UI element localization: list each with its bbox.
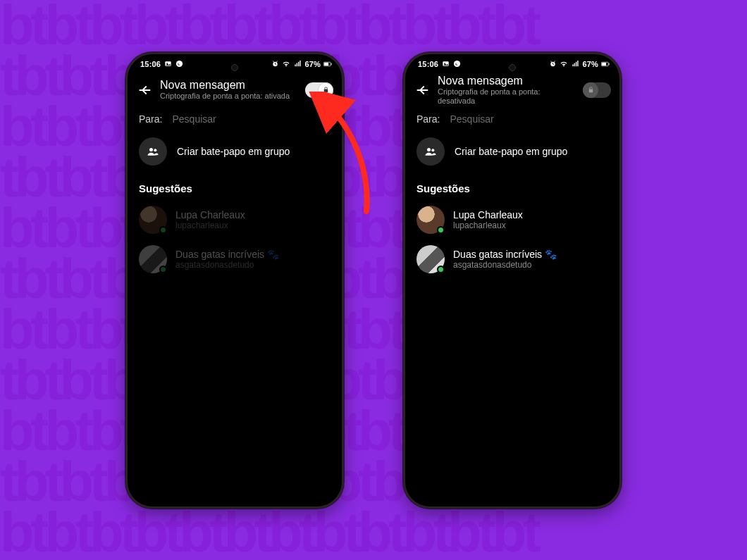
signal-icon [571, 60, 579, 68]
suggestions-list: Lupa Charleaux lupacharleaux Duas gatas … [128, 200, 342, 279]
toggle-knob [318, 82, 333, 98]
svg-rect-4 [295, 64, 295, 66]
page-subtitle: Criptografia de ponta a ponta: ativada [160, 92, 298, 101]
contact-name: Duas gatas incríveis 🐾 [175, 249, 279, 260]
create-group-row[interactable]: Criar bate-papo em grupo [405, 130, 619, 173]
battery-percent: 67% [582, 60, 598, 68]
presence-dot [437, 266, 445, 273]
header-title-column: Nova mensagem Criptografia de ponta a po… [160, 79, 298, 101]
back-button[interactable] [136, 82, 153, 99]
suggestions-title: Sugestões [405, 173, 619, 200]
suggestions-list: Lupa Charleaux lupacharleaux Duas gatas … [405, 200, 619, 279]
presence-dot [437, 226, 445, 234]
svg-point-13 [154, 149, 156, 151]
lock-icon [322, 86, 330, 94]
lock-icon [587, 86, 595, 94]
group-icon-circle [416, 137, 445, 166]
page-title: Nova mensagem [438, 75, 576, 87]
contact-row[interactable]: Lupa Charleaux lupacharleaux [405, 200, 619, 239]
create-group-label: Criar bate-papo em grupo [177, 146, 290, 157]
svg-rect-7 [300, 61, 300, 66]
avatar [139, 206, 167, 234]
avatar [416, 206, 445, 234]
status-time: 15:06 [140, 60, 161, 68]
avatar [416, 245, 445, 273]
alarm-icon [548, 60, 557, 68]
contact-name: Lupa Charleaux [175, 209, 245, 220]
header-title-column: Nova mensagem Criptografia de ponta a po… [438, 75, 576, 105]
svg-point-2 [176, 61, 183, 67]
battery-icon [601, 60, 610, 68]
svg-rect-11 [323, 89, 328, 93]
avatar [139, 245, 167, 273]
group-icon [424, 144, 438, 158]
contact-row[interactable]: Lupa Charleaux lupacharleaux [128, 200, 342, 239]
to-row: Para: [128, 106, 342, 130]
svg-rect-20 [576, 62, 576, 66]
toggle-knob [583, 82, 598, 98]
status-time: 15:06 [418, 60, 438, 68]
status-left: 15:06 [140, 60, 183, 68]
encryption-toggle[interactable] [305, 82, 333, 98]
contact-row[interactable]: Duas gatas incríveis 🐾 asgatasdonasdetud… [405, 239, 619, 279]
encryption-toggle[interactable] [583, 82, 611, 98]
header: Nova mensagem Criptografia de ponta a po… [405, 71, 619, 106]
camera-notch [509, 64, 516, 71]
status-right: 67% [548, 60, 610, 68]
contact-handle: lupacharleaux [453, 220, 523, 230]
contact-handle: asgatasdonasdetudo [453, 260, 557, 270]
svg-rect-10 [331, 63, 332, 65]
to-row: Para: [405, 106, 619, 130]
contact-handle: lupacharleaux [175, 220, 245, 230]
image-icon [441, 60, 450, 68]
svg-point-26 [427, 148, 431, 151]
to-label: Para: [416, 113, 440, 125]
svg-rect-19 [574, 63, 575, 67]
phone-left: 15:06 67% [125, 52, 344, 509]
image-icon [163, 60, 172, 68]
presence-dot [159, 266, 167, 273]
search-input[interactable] [172, 113, 331, 125]
svg-point-12 [149, 148, 153, 151]
svg-rect-5 [297, 63, 297, 67]
svg-point-16 [454, 61, 460, 67]
to-label: Para: [139, 113, 162, 125]
contact-name: Lupa Charleaux [453, 209, 523, 220]
svg-rect-9 [324, 62, 328, 65]
create-group-row[interactable]: Criar bate-papo em grupo [128, 130, 342, 173]
wifi-icon [282, 60, 290, 68]
svg-rect-24 [609, 63, 610, 65]
create-group-label: Criar bate-papo em grupo [455, 146, 567, 157]
whatsapp-icon [175, 60, 183, 68]
svg-rect-25 [588, 89, 593, 93]
contact-handle: asgatasdonasdetudo [175, 260, 279, 270]
whatsapp-icon [452, 60, 461, 68]
battery-percent: 67% [304, 60, 321, 68]
suggestions-title: Sugestões [128, 173, 342, 200]
svg-rect-21 [577, 61, 578, 66]
svg-rect-18 [572, 64, 573, 66]
camera-notch [231, 64, 238, 71]
svg-rect-6 [298, 62, 299, 66]
wifi-icon [560, 60, 568, 68]
group-icon [146, 144, 160, 158]
alarm-icon [271, 60, 279, 68]
status-right: 67% [271, 60, 332, 68]
status-left: 15:06 [418, 60, 461, 68]
stage: 15:06 67% [0, 0, 747, 560]
back-button[interactable] [414, 82, 431, 99]
phone-right: 15:06 67% [403, 52, 622, 509]
contact-name: Duas gatas incríveis 🐾 [453, 249, 557, 260]
presence-dot [159, 226, 167, 234]
svg-rect-23 [602, 62, 606, 65]
search-input[interactable] [450, 113, 608, 125]
page-subtitle: Criptografia de ponta a ponta: desativad… [438, 87, 576, 105]
header: Nova mensagem Criptografia de ponta a po… [128, 71, 342, 106]
svg-point-27 [431, 149, 434, 151]
contact-row[interactable]: Duas gatas incríveis 🐾 asgatasdonasdetud… [128, 239, 342, 279]
group-icon-circle [139, 137, 167, 166]
battery-icon [323, 60, 332, 68]
page-title: Nova mensagem [160, 79, 298, 92]
signal-icon [293, 60, 302, 68]
